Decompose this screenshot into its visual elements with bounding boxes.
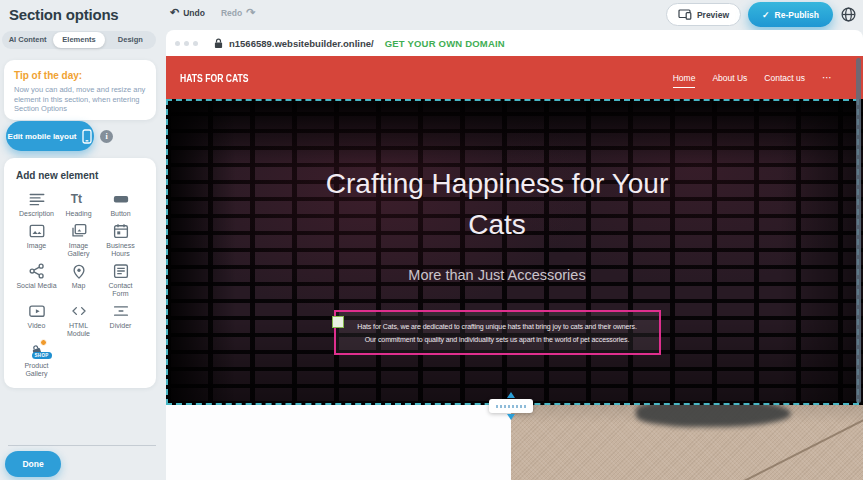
tab-design[interactable]: Design bbox=[105, 32, 156, 48]
add-element-image[interactable]: Image bbox=[16, 222, 57, 258]
phone-icon bbox=[82, 129, 92, 144]
sidebar-divider bbox=[8, 445, 156, 446]
edit-mobile-layout-button[interactable]: Edit mobile layout bbox=[6, 121, 94, 151]
lock-icon bbox=[214, 38, 223, 49]
website-builder-app: Section options ↶ Undo Redo ↷ Preview ✓ … bbox=[0, 0, 863, 480]
add-element-description[interactable]: Description bbox=[16, 190, 57, 218]
new-badge-dot bbox=[40, 339, 47, 346]
tip-of-the-day-card: Tip of the day: Now you can add, move an… bbox=[4, 60, 156, 120]
element-label: Heading bbox=[65, 210, 91, 218]
divider-icon bbox=[112, 302, 130, 320]
hero-section[interactable]: Crafting Happiness for Your Cats More th… bbox=[166, 99, 863, 405]
nav-contact-us[interactable]: Contact us bbox=[764, 73, 805, 83]
hero-text-box-selected[interactable]: Hats for Cats, we are dedicated to craft… bbox=[334, 310, 661, 355]
hero-heading[interactable]: Crafting Happiness for Your Cats bbox=[325, 163, 670, 245]
heading-icon: Tt bbox=[70, 190, 88, 208]
preview-scrollbar[interactable] bbox=[856, 58, 861, 403]
next-section-left bbox=[166, 405, 511, 480]
grip-dots bbox=[496, 405, 526, 408]
cat-shadow-shape bbox=[636, 405, 791, 427]
button-icon bbox=[112, 190, 130, 208]
tab-elements[interactable]: Elements bbox=[53, 32, 104, 48]
add-element-contact-form[interactable]: Contact Form bbox=[100, 262, 141, 298]
hero-body-line: Hats for Cats, we are dedicated to craft… bbox=[336, 320, 659, 333]
language-globe-icon[interactable] bbox=[840, 6, 857, 23]
tip-title: Tip of the day: bbox=[14, 70, 146, 81]
undo-button[interactable]: ↶ Undo bbox=[170, 7, 205, 18]
element-label: Social Media bbox=[16, 282, 56, 290]
done-button[interactable]: Done bbox=[5, 451, 61, 477]
arrow-down-icon bbox=[507, 414, 515, 420]
element-label: Contact Form bbox=[100, 282, 141, 298]
site-logo[interactable]: HATS FOR CATS bbox=[180, 72, 249, 84]
site-nav: Home About Us Contact us ⋯ bbox=[673, 72, 833, 83]
hero-subheading[interactable]: More than Just Accessories bbox=[166, 267, 828, 283]
site-preview: n1566589.websitebuilder.online/ GET YOUR… bbox=[166, 30, 863, 480]
undo-icon: ↶ bbox=[170, 7, 179, 18]
window-dot bbox=[175, 41, 180, 46]
section-resize-handle[interactable] bbox=[488, 392, 534, 420]
nav-more-menu[interactable]: ⋯ bbox=[822, 72, 833, 83]
nav-about-us[interactable]: About Us bbox=[712, 73, 747, 83]
redo-button[interactable]: Redo ↷ bbox=[221, 7, 255, 18]
add-element-product-gallery[interactable]: SHOP Product Gallery bbox=[16, 342, 57, 378]
nav-home[interactable]: Home bbox=[673, 73, 696, 88]
tab-ai-content[interactable]: AI Content bbox=[2, 32, 53, 48]
image-gallery-icon bbox=[70, 222, 88, 240]
add-element-divider[interactable]: Divider bbox=[100, 302, 141, 338]
site-header: HATS FOR CATS Home About Us Contact us ⋯ bbox=[166, 56, 863, 99]
map-pin-icon bbox=[70, 262, 88, 280]
element-label: Divider bbox=[110, 322, 132, 330]
image-icon bbox=[28, 222, 46, 240]
product-gallery-icon: SHOP bbox=[28, 342, 46, 360]
add-element-social-media[interactable]: Social Media bbox=[16, 262, 57, 298]
element-label: Video bbox=[28, 322, 46, 330]
svg-text:Tt: Tt bbox=[70, 192, 81, 206]
add-element-html-module[interactable]: HTML Module bbox=[58, 302, 99, 338]
business-hours-icon bbox=[112, 222, 130, 240]
undo-label: Undo bbox=[183, 8, 205, 18]
history-controls: ↶ Undo Redo ↷ bbox=[170, 7, 255, 18]
add-element-image-gallery[interactable]: Image Gallery bbox=[58, 222, 99, 258]
add-element-title: Add new element bbox=[16, 170, 156, 181]
window-dot bbox=[193, 41, 198, 46]
html-module-icon bbox=[70, 302, 88, 320]
element-label: Business Hours bbox=[100, 242, 141, 258]
preview-button[interactable]: Preview bbox=[666, 3, 741, 26]
resize-grip[interactable] bbox=[489, 399, 533, 413]
element-label: Product Gallery bbox=[16, 362, 57, 378]
tip-body: Now you can add, move and resize any ele… bbox=[14, 85, 146, 114]
social-media-icon bbox=[28, 262, 46, 280]
sidebar-tabs: AI Content Elements Design bbox=[2, 31, 156, 49]
redo-icon: ↷ bbox=[246, 7, 255, 18]
browser-chrome-bar: n1566589.websitebuilder.online/ GET YOUR… bbox=[166, 30, 863, 56]
get-domain-link[interactable]: GET YOUR OWN DOMAIN bbox=[385, 38, 505, 49]
video-icon bbox=[28, 302, 46, 320]
site-url: n1566589.websitebuilder.online/ bbox=[229, 38, 374, 49]
contact-form-icon bbox=[112, 262, 130, 280]
hero-body-line: Our commitment to quality and individual… bbox=[336, 333, 659, 346]
window-dot bbox=[184, 41, 189, 46]
element-label: Button bbox=[110, 210, 130, 218]
add-element-map[interactable]: Map bbox=[58, 262, 99, 298]
element-label: Image bbox=[27, 242, 46, 250]
element-grid: Description Tt Heading Button Image bbox=[16, 190, 156, 378]
description-icon bbox=[28, 190, 46, 208]
next-section-image bbox=[511, 405, 863, 480]
add-element-panel: Add new element Description Tt Heading B… bbox=[4, 158, 156, 388]
add-element-heading[interactable]: Tt Heading bbox=[58, 190, 99, 218]
page-title: Section options bbox=[9, 6, 119, 23]
topbar-actions: Preview ✓ Re-Publish bbox=[666, 2, 857, 27]
add-element-video[interactable]: Video bbox=[16, 302, 57, 338]
preview-label: Preview bbox=[697, 10, 729, 20]
add-element-button[interactable]: Button bbox=[100, 190, 141, 218]
element-label: HTML Module bbox=[58, 322, 99, 338]
info-icon[interactable]: i bbox=[100, 130, 113, 143]
element-label: Description bbox=[19, 210, 54, 218]
drag-handle-square[interactable] bbox=[332, 316, 344, 328]
republish-label: Re-Publish bbox=[775, 10, 819, 20]
shop-badge: SHOP bbox=[32, 352, 52, 359]
republish-button[interactable]: ✓ Re-Publish bbox=[748, 2, 833, 27]
add-element-business-hours[interactable]: Business Hours bbox=[100, 222, 141, 258]
devices-icon bbox=[678, 9, 692, 20]
